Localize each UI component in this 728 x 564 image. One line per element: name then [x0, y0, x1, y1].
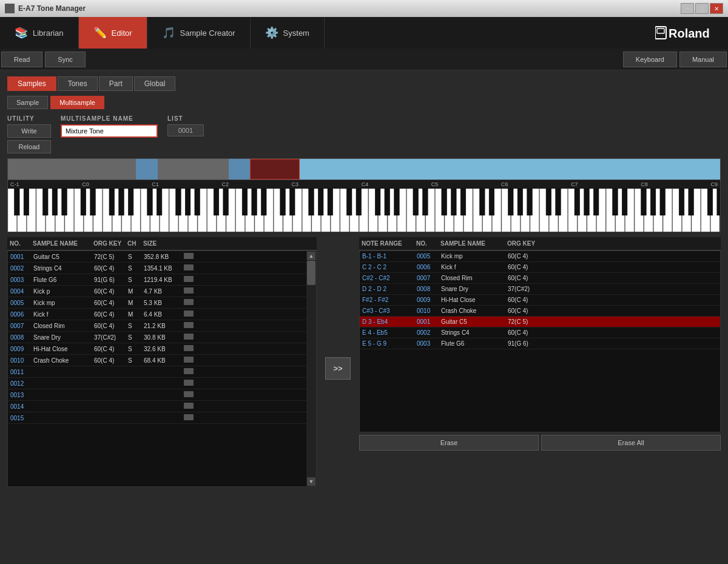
svg-rect-88 — [147, 189, 153, 215]
svg-rect-1 — [657, 29, 664, 33]
list-section: LIST 0001 — [167, 115, 204, 136]
assign-button[interactable]: >> — [325, 357, 350, 380]
left-table-row[interactable]: 0006 Kick f 60(C 4) M 6.4 KB — [8, 309, 316, 320]
nav-system[interactable]: ⚙️ System — [251, 17, 325, 49]
maximize-button[interactable]: □ — [695, 3, 709, 14]
svg-rect-95 — [242, 189, 248, 215]
svg-rect-101 — [318, 189, 323, 215]
left-table-row[interactable]: 0014 — [8, 401, 316, 412]
keyboard-button[interactable]: Keyboard — [623, 52, 677, 67]
svg-rect-99 — [289, 189, 295, 215]
close-button[interactable]: ✕ — [710, 3, 723, 14]
left-table-row[interactable]: 0015 — [8, 412, 316, 424]
th-no2: NO. — [414, 239, 438, 248]
scroll-down[interactable]: ▼ — [307, 477, 315, 486]
svg-rect-123 — [613, 189, 618, 215]
left-table-row[interactable]: 0005 Kick mp 60(C 4) M 5.3 KB — [8, 297, 316, 309]
svg-rect-118 — [546, 189, 551, 215]
utility-label: UTILITY — [7, 115, 51, 122]
svg-rect-93 — [214, 189, 219, 215]
tab-samples[interactable]: Samples — [7, 76, 56, 91]
th-note-range: NOTE RANGE — [359, 239, 414, 248]
th-ch: CH — [125, 239, 141, 248]
svg-rect-79 — [24, 189, 29, 215]
tab-global[interactable]: Global — [134, 76, 176, 91]
right-table-row[interactable]: E 4 - Eb5 0002 Strings C4 60(C 4) — [360, 327, 720, 338]
editor-icon: ✏️ — [93, 26, 107, 39]
list-label: LIST — [167, 115, 204, 122]
right-table-row[interactable]: B-1 - B-1 0005 Kick mp 60(C 4) — [360, 251, 720, 262]
nav-librarian-label: Librarian — [33, 29, 64, 38]
right-table-row[interactable]: C 2 - C 2 0006 Kick f 60(C 4) — [360, 262, 720, 273]
nav-sample-creator-label: Sample Creator — [180, 29, 235, 38]
right-table-area: NOTE RANGE NO. SAMPLE NAME ORG KEY B-1 -… — [359, 237, 721, 487]
right-table-body: B-1 - B-1 0005 Kick mp 60(C 4) C 2 - C 2… — [359, 250, 721, 432]
scroll-up[interactable]: ▲ — [307, 252, 315, 260]
left-table-row[interactable]: 0013 — [8, 389, 316, 401]
erase-all-button[interactable]: Erase All — [541, 435, 721, 451]
left-table-row[interactable]: 0002 Strings C4 60(C 4) S 1354.1 KB — [8, 263, 316, 274]
svg-rect-84 — [90, 189, 96, 215]
svg-rect-102 — [328, 189, 333, 215]
svg-rect-131 — [717, 189, 720, 215]
scroll-thumb[interactable] — [307, 261, 315, 285]
app-icon — [5, 4, 15, 13]
svg-rect-89 — [157, 189, 162, 215]
right-table-row[interactable]: F#2 - F#2 0009 Hi-Hat Close 60(C 4) — [360, 295, 720, 306]
svg-text:Roland: Roland — [669, 27, 710, 40]
read-button[interactable]: Read — [1, 52, 42, 67]
left-table-area: NO. SAMPLE NAME ORG KEY CH SIZE 0001 Gui… — [7, 237, 317, 487]
utility-section: UTILITY Write Reload — [7, 115, 51, 153]
right-table-row[interactable]: C#2 - C#2 0007 Closed Rim 60(C 4) — [360, 273, 720, 284]
manual-button[interactable]: Manual — [679, 52, 727, 67]
sub-sub-tabs: Sample Multisample — [7, 96, 721, 109]
main-content: Samples Tones Part Global Sample Multisa… — [0, 70, 728, 493]
right-table-row[interactable]: E 5 - G 9 0003 Flute G6 91(G 6) — [360, 338, 720, 349]
svg-rect-90 — [176, 189, 181, 215]
reload-button[interactable]: Reload — [7, 140, 51, 153]
piano-keyboard[interactable]: // Drawn inline as rects — [8, 189, 720, 232]
svg-rect-107 — [394, 189, 400, 215]
tables-area: NO. SAMPLE NAME ORG KEY CH SIZE 0001 Gui… — [7, 237, 721, 487]
svg-rect-83 — [81, 189, 86, 215]
svg-rect-112 — [460, 189, 466, 215]
right-table-row[interactable]: D 3 - Eb4 0001 Guitar C5 72(C 5) — [360, 317, 720, 327]
svg-rect-128 — [679, 189, 684, 215]
minimize-button[interactable]: ─ — [681, 3, 694, 14]
left-table-row[interactable]: 0003 Flute G6 91(G 6) S 1219.4 KB — [8, 274, 316, 286]
svg-rect-106 — [385, 189, 390, 215]
nav-system-label: System — [283, 29, 309, 38]
left-table-row[interactable]: 0009 Hi-Hat Close 60(C 4) S 32.6 KB — [8, 343, 316, 355]
nav-librarian[interactable]: 📚 Librarian — [0, 17, 79, 49]
tab-tones[interactable]: Tones — [58, 76, 98, 91]
tab-multisample[interactable]: Multisample — [50, 96, 104, 109]
left-table-row[interactable]: 0008 Snare Dry 37(C#2) S 30.8 KB — [8, 332, 316, 343]
svg-rect-86 — [119, 189, 124, 215]
window-title: E-A7 Tone Manager — [18, 4, 677, 13]
svg-rect-121 — [584, 189, 590, 215]
tab-part[interactable]: Part — [99, 76, 133, 91]
nav-sample-creator[interactable]: 🎵 Sample Creator — [147, 17, 251, 49]
nav-editor[interactable]: ✏️ Editor — [79, 17, 147, 49]
right-table-row[interactable]: C#3 - C#3 0010 Crash Choke 60(C 4) — [360, 306, 720, 317]
right-table-row[interactable]: D 2 - D 2 0008 Snare Dry 37(C#2) — [360, 284, 720, 295]
sample-creator-icon: 🎵 — [162, 26, 175, 39]
left-table-row[interactable]: 0007 Closed Rim 60(C 4) S 21.2 KB — [8, 320, 316, 332]
svg-rect-96 — [252, 189, 257, 215]
multisample-section: MULTISAMPLE NAME — [61, 115, 158, 138]
svg-rect-116 — [517, 189, 523, 215]
svg-rect-124 — [622, 189, 627, 215]
multisample-name-input[interactable] — [61, 124, 158, 138]
left-table-row[interactable]: 0010 Crash Choke 60(C 4) S 68.4 KB — [8, 355, 316, 366]
left-table-row[interactable]: 0012 — [8, 378, 316, 389]
svg-rect-85 — [109, 189, 115, 215]
erase-button[interactable]: Erase — [359, 435, 539, 451]
left-table-row[interactable]: 0004 Kick p 60(C 4) M 4.7 KB — [8, 286, 316, 297]
write-button[interactable]: Write — [7, 124, 51, 138]
sync-button[interactable]: Sync — [45, 52, 85, 67]
left-table-row[interactable]: 0001 Guitar C5 72(C 5) S 352.8 KB — [8, 251, 316, 263]
svg-rect-119 — [556, 189, 561, 215]
th-size: SIZE — [141, 239, 181, 248]
tab-sample[interactable]: Sample — [7, 96, 48, 109]
left-table-row[interactable]: 0011 — [8, 366, 316, 378]
